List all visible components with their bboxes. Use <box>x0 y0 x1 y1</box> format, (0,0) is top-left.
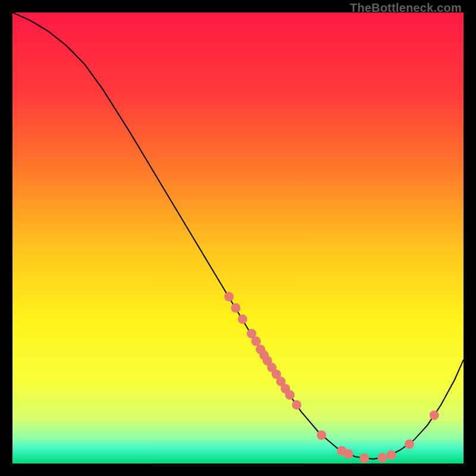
data-point <box>430 411 439 420</box>
data-point <box>387 450 396 460</box>
data-point <box>359 453 369 463</box>
chart-frame: TheBottleneck.com <box>0 0 476 476</box>
data-point <box>292 400 302 409</box>
data-point <box>344 449 353 459</box>
data-point <box>238 314 248 324</box>
data-point <box>231 303 240 312</box>
chart-background <box>12 12 464 464</box>
data-point <box>224 292 234 302</box>
data-point <box>378 453 387 462</box>
data-point <box>251 337 261 346</box>
data-point <box>317 430 326 440</box>
data-point <box>285 390 295 400</box>
data-point <box>405 439 414 449</box>
chart-svg <box>12 12 464 464</box>
chart-plot-area <box>12 12 464 464</box>
